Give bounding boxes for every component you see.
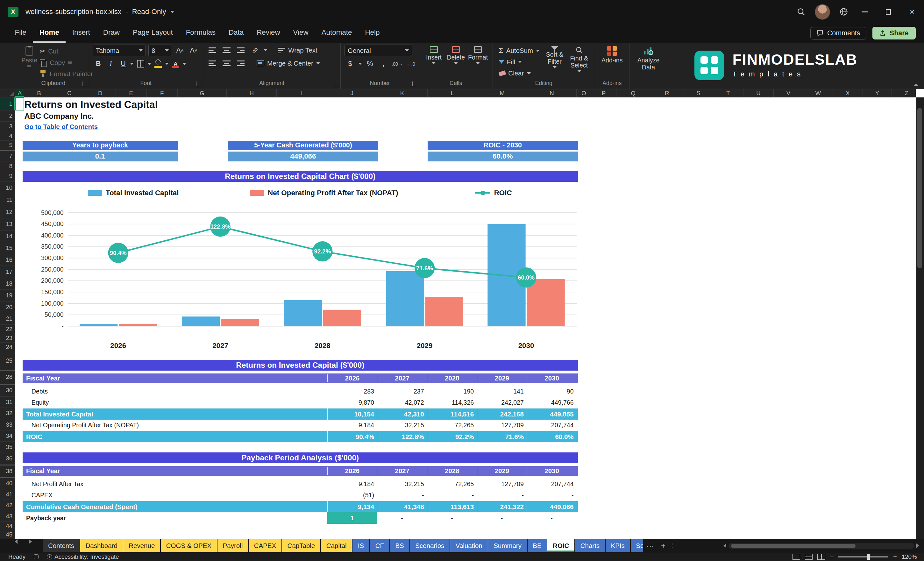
menu-tab-draw[interactable]: Draw xyxy=(96,24,126,43)
bold-button[interactable] xyxy=(93,58,104,69)
borders-button[interactable] xyxy=(135,58,146,69)
column-header-F[interactable]: F xyxy=(147,89,178,98)
underline-button[interactable] xyxy=(117,58,129,69)
maximize-button[interactable] xyxy=(876,0,900,24)
sheet-tab-capex[interactable]: CAPEX xyxy=(249,539,282,552)
row-header-21[interactable]: 21 xyxy=(0,313,15,325)
sheet-tab-captable[interactable]: CapTable xyxy=(282,539,320,552)
zoom-slider[interactable] xyxy=(838,556,888,558)
row-header-31[interactable]: 31 xyxy=(0,397,15,408)
sheet-tab-roic[interactable]: ROIC xyxy=(548,539,574,552)
row-header-45[interactable]: 45 xyxy=(0,530,15,539)
merge-center-button[interactable]: Merge & Center xyxy=(254,58,322,69)
horizontal-scrollbar-thumb[interactable] xyxy=(731,544,856,548)
sheet-tab-bs[interactable]: BS xyxy=(390,539,410,552)
close-button[interactable]: × xyxy=(900,0,924,24)
normal-view-icon[interactable] xyxy=(792,554,800,560)
delete-cells-button[interactable]: Delete xyxy=(445,45,467,64)
format-cells-button[interactable]: Format xyxy=(467,45,489,64)
menu-tab-help[interactable]: Help xyxy=(358,24,386,43)
row-header-41[interactable]: 41 xyxy=(0,489,15,500)
sheet-tab-valuation[interactable]: Valuation xyxy=(450,539,488,552)
column-header-N[interactable]: N xyxy=(527,89,577,98)
column-header-B[interactable]: B xyxy=(24,89,54,98)
menu-tab-file[interactable]: File xyxy=(8,24,33,43)
currency-button[interactable] xyxy=(345,58,356,69)
row-header-32[interactable]: 32 xyxy=(0,408,15,419)
column-header-O[interactable]: O xyxy=(577,89,592,98)
sheet-tab-capital[interactable]: Capital xyxy=(321,539,352,552)
borders-dropdown-icon[interactable] xyxy=(147,63,151,65)
column-header-K[interactable]: K xyxy=(377,89,428,98)
tab-splitter[interactable]: ⁞ xyxy=(670,539,675,552)
autosum-button[interactable]: AutoSum xyxy=(496,45,542,56)
globe-icon[interactable] xyxy=(835,3,853,21)
zoom-slider-thumb[interactable] xyxy=(867,554,870,560)
orientation-dropdown-icon[interactable] xyxy=(264,49,267,51)
title-chevron-icon[interactable] xyxy=(170,11,174,13)
sheet-tab-summary[interactable]: Summary xyxy=(488,539,526,552)
menu-tab-view[interactable]: View xyxy=(286,24,315,43)
column-header-J[interactable]: J xyxy=(327,89,377,98)
currency-dropdown-icon[interactable] xyxy=(358,63,362,65)
row-header-36[interactable]: 36 xyxy=(0,452,15,465)
align-bottom-button[interactable] xyxy=(235,45,246,56)
vertical-scrollbar[interactable] xyxy=(916,98,924,539)
row-header-30[interactable]: 30 xyxy=(0,385,15,396)
minimize-button[interactable] xyxy=(853,0,876,24)
comments-button[interactable]: Comments xyxy=(810,27,866,39)
clear-button[interactable]: Clear xyxy=(496,68,542,79)
sheet-tab-cogs-opex[interactable]: COGS & OPEX xyxy=(161,539,217,552)
row-header-1[interactable]: 1 xyxy=(0,98,15,111)
avatar[interactable] xyxy=(815,4,830,20)
row-header-23[interactable]: 23 xyxy=(0,334,15,343)
row-header-18[interactable]: 18 xyxy=(0,278,15,290)
font-size-select[interactable]: 8 xyxy=(148,45,172,56)
scroll-right-icon[interactable] xyxy=(916,543,919,548)
row-header-19[interactable]: 19 xyxy=(0,290,15,302)
menu-tab-insert[interactable]: Insert xyxy=(66,24,96,43)
macro-record-icon[interactable] xyxy=(34,554,39,559)
number-dialog-launcher[interactable] xyxy=(412,81,417,86)
row-header-15[interactable]: 15 xyxy=(0,242,15,254)
decrease-decimal-button[interactable]: ←.0 xyxy=(405,58,417,69)
accessibility-status[interactable]: Accessibility: Investigate xyxy=(47,554,119,560)
cut-button[interactable]: Cut xyxy=(37,46,95,57)
sheet-tab-is[interactable]: IS xyxy=(352,539,369,552)
zoom-in-button[interactable]: + xyxy=(893,553,897,561)
row-header-28[interactable]: 28 xyxy=(0,370,15,385)
row-header-4[interactable]: 4 xyxy=(0,131,15,141)
wrap-text-button[interactable]: Wrap Text xyxy=(275,45,320,56)
search-icon[interactable] xyxy=(792,3,810,21)
prev-sheet-button[interactable] xyxy=(8,539,24,544)
column-header-D[interactable]: D xyxy=(85,89,116,98)
row-header-2[interactable]: 2 xyxy=(0,111,15,122)
row-header-24[interactable]: 24 xyxy=(0,343,15,352)
italic-button[interactable] xyxy=(105,58,116,69)
column-header-A[interactable]: A xyxy=(15,89,24,98)
sheet-canvas[interactable]: Returns on Invested Capital ABC Company … xyxy=(15,98,915,539)
font-color-button[interactable] xyxy=(170,58,181,69)
paste-button[interactable]: Paste xyxy=(21,45,37,67)
sheet-tab-payroll[interactable]: Payroll xyxy=(218,539,248,552)
row-header-12[interactable]: 12 xyxy=(0,206,15,218)
column-header-G[interactable]: G xyxy=(178,89,227,98)
new-sheet-button[interactable]: + xyxy=(657,539,670,552)
font-dialog-launcher[interactable] xyxy=(196,81,201,86)
menu-tab-automate[interactable]: Automate xyxy=(315,24,358,43)
menu-tab-home[interactable]: Home xyxy=(33,24,66,43)
excel-app-icon[interactable]: X xyxy=(8,7,18,18)
select-all-corner[interactable] xyxy=(0,89,15,98)
font-name-select[interactable]: Tahoma xyxy=(93,45,146,56)
row-header-34[interactable]: 34 xyxy=(0,430,15,442)
copy-button[interactable]: Copy xyxy=(37,57,95,68)
page-break-view-icon[interactable] xyxy=(818,554,825,560)
row-header-3[interactable]: 3 xyxy=(0,122,15,131)
row-header-38[interactable]: 38 xyxy=(0,465,15,478)
align-top-button[interactable] xyxy=(207,45,218,56)
sheet-tab-revenue[interactable]: Revenue xyxy=(123,539,160,552)
column-header-Z[interactable]: Z xyxy=(892,89,916,98)
sheet-tab-charts[interactable]: Charts xyxy=(575,539,605,552)
column-header-P[interactable]: P xyxy=(591,89,616,98)
column-header-T[interactable]: T xyxy=(713,89,744,98)
